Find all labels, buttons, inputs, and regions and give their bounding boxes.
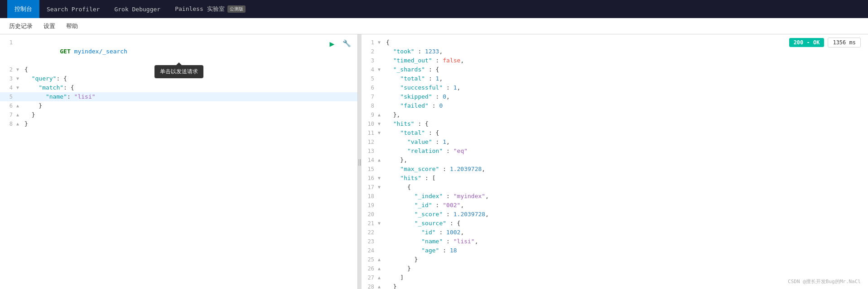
code-line: 13 "relation" : "eq" <box>362 147 868 156</box>
code-line: 4 ▼ "match": { <box>0 83 357 92</box>
status-time-badge: 1356 ms <box>828 38 861 47</box>
secondary-navigation: 历史记录 设置 帮助 200 - OK 1356 ms <box>0 18 868 34</box>
code-line: 18 "_index" : "myindex", <box>362 192 868 201</box>
main-editor-area: 单击以发送请求 ▶ 🔧 1 GET myindex/_search 2 ▼ { <box>0 34 868 289</box>
code-line: 1 GET myindex/_search <box>0 38 357 65</box>
right-code-editor: 1 ▼ { 2 "took" : 1233, 3 "timed_out" : f… <box>362 34 868 289</box>
secondary-nav-history[interactable]: 历史记录 <box>7 22 34 30</box>
code-line: 7 ▲ } <box>0 110 357 119</box>
code-line: 6 "successful" : 1, <box>362 83 868 92</box>
top-navigation: 控制台 Search Profiler Grok Debugger Painle… <box>0 0 868 18</box>
code-line: 3 "timed_out" : false, <box>362 56 868 65</box>
code-line: 26 ▲ } <box>362 264 868 273</box>
right-editor-panel: 1 ▼ { 2 "took" : 1233, 3 "timed_out" : f… <box>362 34 868 289</box>
left-editor-panel: 单击以发送请求 ▶ 🔧 1 GET myindex/_search 2 ▼ { <box>0 34 358 289</box>
code-line: 4 ▼ "_shards" : { <box>362 65 868 74</box>
nav-tab-console[interactable]: 控制台 <box>7 0 39 18</box>
left-code-editor[interactable]: 1 GET myindex/_search 2 ▼ { 3 ▼ "query":… <box>0 34 357 289</box>
editor-toolbar: ▶ 🔧 <box>327 38 352 49</box>
secondary-nav-help[interactable]: 帮助 <box>64 22 80 30</box>
code-line: 11 ▼ "total" : { <box>362 128 868 137</box>
code-line: 23 "name" : "lisi", <box>362 237 868 246</box>
watermark: CSDN @擅长开发Bug的Mr.NaCl <box>788 277 861 286</box>
wrench-icon[interactable]: 🔧 <box>341 38 352 49</box>
beta-badge: 公测版 <box>227 5 246 13</box>
code-line: 25 ▲ } <box>362 255 868 264</box>
code-line: 21 ▼ "_source" : { <box>362 219 868 228</box>
code-line: 5 "total" : 1, <box>362 74 868 83</box>
nav-tab-painless-lab[interactable]: Painless 实验室 公测版 <box>168 0 252 18</box>
run-button[interactable]: ▶ <box>327 38 338 49</box>
code-line: 20 "_score" : 1.2039728, <box>362 210 868 219</box>
code-line: 14 ▲ }, <box>362 156 868 165</box>
code-line: 10 ▼ "hits" : { <box>362 119 868 128</box>
code-line: 5 "name": "lisi" <box>0 92 357 101</box>
code-line: 7 "skipped" : 0, <box>362 92 868 101</box>
code-line: 9 ▲ }, <box>362 110 868 119</box>
nav-tab-grok-debugger[interactable]: Grok Debugger <box>107 0 168 18</box>
code-line: 19 "_id" : "002", <box>362 201 868 210</box>
code-line: 24 "age" : 18 <box>362 246 868 255</box>
nav-tab-search-profiler[interactable]: Search Profiler <box>39 0 107 18</box>
panel-divider[interactable]: ‖ <box>358 34 362 289</box>
status-bar: 200 - OK 1356 ms <box>782 34 868 51</box>
code-line: 15 "max_score" : 1.2039728, <box>362 165 868 174</box>
code-line: 17 ▼ { <box>362 183 868 192</box>
code-line: 8 "failed" : 0 <box>362 101 868 110</box>
code-line: 12 "value" : 1, <box>362 137 868 147</box>
code-line: 22 "id" : 1002, <box>362 228 868 237</box>
status-ok-badge: 200 - OK <box>789 38 825 47</box>
secondary-nav-settings[interactable]: 设置 <box>42 22 57 30</box>
code-line: 2 ▼ { <box>0 65 357 74</box>
code-line: 8 ▲ } <box>0 119 357 128</box>
code-line: 6 ▲ } <box>0 101 357 110</box>
code-line: 3 ▼ "query": { <box>0 74 357 83</box>
code-line: 16 ▼ "hits" : [ <box>362 174 868 183</box>
